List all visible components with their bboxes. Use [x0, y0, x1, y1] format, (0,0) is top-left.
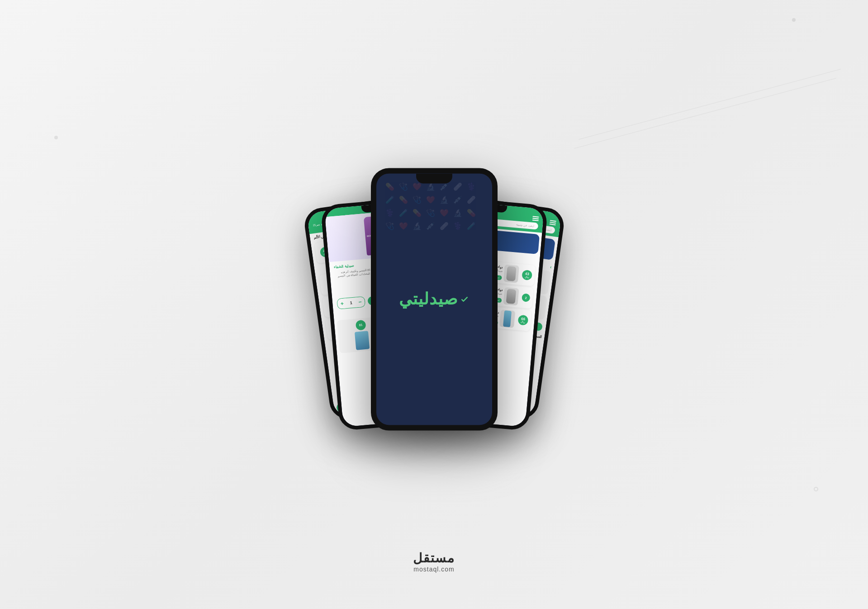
rf-bottle-3: [503, 310, 512, 327]
pharmacy-name-left-front: صيدلية الشفاء: [333, 263, 354, 269]
more-price-1: 81: [355, 319, 366, 330]
deco-dot-1: [792, 18, 796, 22]
rf-product-img-2: [503, 287, 519, 306]
phones-container: 🛒 2 شارع الطيران مدينة نصر25 › أدوية تخف…: [185, 90, 683, 519]
watermark-url: mostaql.com: [413, 566, 455, 573]
rf-product-img-1: [503, 265, 519, 283]
rf-bottle-1: [506, 266, 516, 281]
phone-center-screen: 💊 🩺 ❤️ 🔬 💉 🩹 ⚕️ 🧪 💊 🩺 ❤️ 🔬 💉 🩹 ⚕️ 🧪 💊 🩺 …: [376, 173, 492, 425]
notch-center: [416, 173, 452, 183]
qty-value: 1: [346, 300, 356, 305]
logo-group: صيدليتي: [399, 290, 469, 309]
menu-icon-right-back[interactable]: [549, 220, 556, 225]
rf-price-2: 2: [522, 293, 531, 302]
deco-dot-2: [54, 136, 58, 139]
more-product-bottle-1: [354, 331, 369, 350]
checkmark-icon: [460, 295, 469, 304]
categories-arrow: ›: [550, 264, 552, 269]
center-logo-container: صيدليتي: [399, 290, 469, 309]
app-logo-text: صيدليتي: [399, 290, 458, 309]
qty-plus[interactable]: +: [337, 298, 347, 309]
rf-bottle-2: [506, 289, 516, 304]
rf-price-1: 43 ريال: [522, 270, 532, 281]
deco-circle-1: [814, 487, 818, 491]
phone-center: 💊 🩺 ❤️ 🔬 💉 🩹 ⚕️ 🧪 💊 🩺 ❤️ 🔬 💉 🩹 ⚕️ 🧪 💊 🩺 …: [371, 168, 498, 430]
qty-control: − 1 +: [337, 296, 365, 309]
rf-price-3: 66 ريال: [517, 315, 528, 326]
menu-icon-right-front[interactable]: [532, 216, 539, 221]
watermark-brand: مستقل: [413, 551, 455, 566]
qty-minus[interactable]: −: [355, 297, 365, 308]
rf-product-img-3: [499, 309, 515, 328]
watermark-container: مستقل mostaql.com: [413, 551, 455, 573]
